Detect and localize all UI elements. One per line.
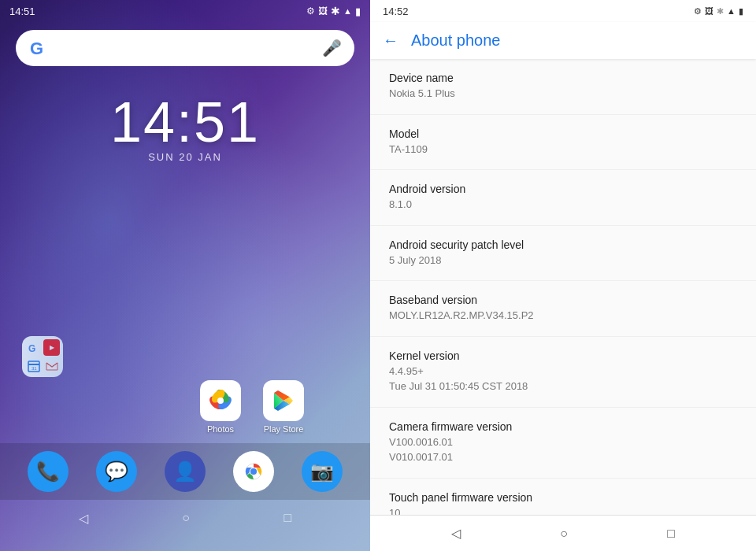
photos-icon (200, 380, 241, 421)
bluetooth-icon: ✱ (331, 5, 340, 17)
camera-icon: 📷 (310, 460, 334, 483)
kernel-version-label: Kernel version (389, 349, 737, 362)
device-name-label: Device name (389, 72, 737, 84)
dock: 📞 💬 👤 📷 (0, 443, 370, 500)
nav-bar-right: ◁ ○ □ (370, 515, 756, 551)
status-icons-right: ⚙ 🖼 ✱ ▲ ▮ (694, 6, 743, 17)
mic-icon[interactable]: 🎤 (322, 39, 342, 57)
status-time-right: 14:52 (383, 6, 409, 17)
contacts-icon: 👤 (173, 460, 197, 483)
google-folder-icon: G ▶ 31 (22, 336, 63, 377)
svg-text:G: G (28, 343, 35, 354)
status-time-left: 14:51 (9, 6, 35, 17)
right-panel: 14:52 ⚙ 🖼 ✱ ▲ ▮ ← About phone Device nam… (370, 0, 756, 551)
recents-nav-btn[interactable]: □ (284, 511, 292, 525)
touch-panel-label: Touch panel firmware version (389, 491, 737, 504)
security-patch-item: Android security patch level 5 July 2018 (370, 226, 756, 282)
android-version-item: Android version 8.1.0 (370, 170, 756, 226)
settings-icon: ⚙ (306, 6, 315, 17)
gallery-icon: 🖼 (318, 6, 328, 17)
app-row-top: G ▶ 31 (0, 336, 370, 377)
google-logo: G (28, 37, 50, 59)
model-item: Model TA-1109 (370, 115, 756, 171)
about-phone-title: About phone (411, 31, 500, 50)
sms-dock-icon[interactable]: 💬 (96, 451, 137, 492)
playstore-app-icon[interactable]: Play Store (255, 380, 312, 434)
photos-label: Photos (207, 424, 234, 434)
device-name-value: Nokia 5.1 Plus (389, 86, 737, 102)
status-icons-left: ⚙ 🖼 ✱ ▲ ▮ (306, 5, 361, 17)
about-header: ← About phone (370, 22, 756, 59)
google-folder[interactable]: G ▶ 31 (14, 336, 71, 377)
baseband-version-label: Baseband version (389, 294, 737, 306)
back-nav-right[interactable]: ◁ (451, 526, 461, 541)
svg-point-12 (250, 468, 257, 475)
signal-icon-right: ▲ (727, 6, 736, 16)
playstore-icon (263, 380, 304, 421)
photos-app-icon[interactable]: Photos (192, 380, 249, 434)
bluetooth-off-icon: ✱ (717, 6, 724, 17)
battery-icon-right: ▮ (739, 6, 743, 17)
playstore-svg (270, 387, 297, 414)
clock-date: SUN 20 JAN (0, 151, 370, 163)
youtube-sub-icon: ▶ (43, 339, 60, 356)
google-sub-icon: G (25, 339, 42, 356)
chrome-dock-icon[interactable] (233, 451, 274, 492)
recents-nav-right[interactable]: □ (667, 527, 675, 541)
android-version-label: Android version (389, 183, 737, 195)
svg-rect-2 (28, 361, 39, 372)
clock-display: 14:51 (0, 90, 370, 154)
camera-firmware-item: Camera firmware version V100.0016.01 V01… (370, 408, 756, 479)
baseband-version-value: MOLY.LR12A.R2.MP.V34.15.P2 (389, 308, 737, 324)
kernel-version-value: 4.4.95+ Tue Jul 31 01:50:45 CST 2018 (389, 364, 737, 394)
svg-rect-3 (28, 364, 39, 365)
security-patch-value: 5 July 2018 (389, 253, 737, 268)
app-row-mid: Photos (134, 380, 370, 434)
camera-firmware-label: Camera firmware version (389, 420, 737, 433)
about-content: Device name Nokia 5.1 Plus Model TA-1109… (370, 59, 756, 515)
battery-icon: ▮ (355, 6, 361, 17)
gallery-icon-right: 🖼 (705, 6, 713, 16)
svg-text:31: 31 (32, 366, 37, 371)
calendar-sub-icon: 31 (25, 357, 42, 374)
android-version-value: 8.1.0 (389, 197, 737, 213)
camera-firmware-value: V100.0016.01 V010.0017.01 (389, 435, 737, 465)
status-bar-right: 14:52 ⚙ 🖼 ✱ ▲ ▮ (370, 0, 756, 22)
search-bar[interactable]: G 🎤 (16, 30, 354, 66)
svg-text:G: G (30, 39, 43, 58)
baseband-version-item: Baseband version MOLY.LR12A.R2.MP.V34.15… (370, 281, 756, 337)
security-patch-label: Android security patch level (389, 239, 737, 251)
left-panel: 14:51 ⚙ 🖼 ✱ ▲ ▮ G 🎤 14:51 SUN 20 JAN (0, 0, 370, 551)
phone-dock-icon[interactable]: 📞 (28, 451, 69, 492)
chrome-icon (241, 459, 266, 484)
sms-icon: 💬 (105, 460, 128, 483)
contacts-dock-icon[interactable]: 👤 (165, 451, 206, 492)
device-name-item: Device name Nokia 5.1 Plus (370, 59, 756, 115)
touch-panel-value: 10 Goodix-V01.00.25.03 (389, 505, 737, 516)
signal-icon: ▲ (343, 6, 352, 16)
home-nav-right[interactable]: ○ (560, 527, 568, 541)
camera-dock-icon[interactable]: 📷 (302, 451, 343, 492)
photos-pinwheel (206, 386, 235, 415)
touch-panel-item: Touch panel firmware version 10 Goodix-V… (370, 479, 756, 516)
playstore-label: Play Store (264, 424, 304, 434)
phone-icon: 📞 (36, 460, 60, 483)
nav-bar-left: ◁ ○ □ (0, 500, 370, 536)
back-nav-btn[interactable]: ◁ (79, 511, 88, 526)
kernel-version-item: Kernel version 4.4.95+ Tue Jul 31 01:50:… (370, 337, 756, 408)
model-value: TA-1109 (389, 142, 737, 157)
status-bar-left: 14:51 ⚙ 🖼 ✱ ▲ ▮ (0, 0, 370, 22)
gmail-sub-icon (43, 357, 60, 374)
svg-point-9 (217, 398, 224, 404)
settings-icon-right: ⚙ (694, 6, 702, 17)
back-button[interactable]: ← (383, 31, 398, 50)
model-label: Model (389, 128, 737, 140)
clock-area: 14:51 SUN 20 JAN (0, 90, 370, 163)
home-nav-btn[interactable]: ○ (182, 511, 190, 525)
